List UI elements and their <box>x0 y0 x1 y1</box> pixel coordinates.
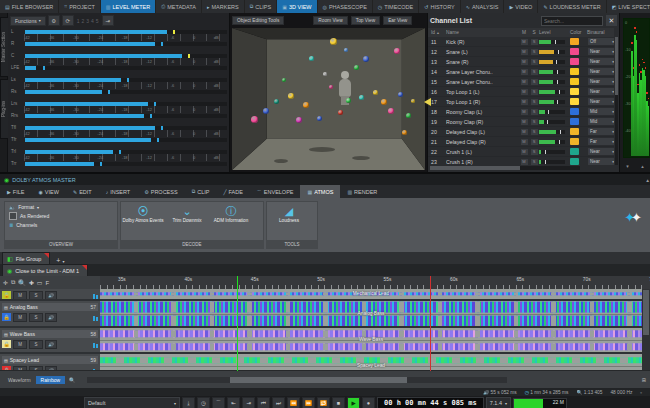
menu-tab-edit[interactable]: ✎EDIT <box>66 185 99 198</box>
solo-button[interactable]: S <box>530 48 539 56</box>
transport-preset-dropdown[interactable]: Default▾ <box>84 397 180 408</box>
channel-row-22[interactable]: 22Crush 1 (L)MSNear▾ <box>428 147 614 157</box>
menu-tab-view[interactable]: ◉VIEW <box>31 185 65 198</box>
track-lanes[interactable]: Spacey Lead <box>100 354 642 371</box>
channel-color-chip[interactable] <box>570 108 579 115</box>
menu-tab-fade[interactable]: ╱FADE <box>216 185 249 198</box>
add-file-group-button[interactable]: + ▾ <box>56 257 64 264</box>
track-lock-button[interactable]: 🔒 <box>2 291 11 299</box>
channel-list-vscrollbar[interactable] <box>615 37 618 165</box>
channel-row-17[interactable]: 17Top Loop 1 (R)MSNear▾ <box>428 97 614 107</box>
mute-button[interactable]: M <box>520 78 529 86</box>
mute-button[interactable]: M <box>520 138 529 146</box>
menu-tab-envelope[interactable]: ⌒ENVELOPE <box>250 185 301 198</box>
stop-button[interactable]: ■ <box>332 397 345 408</box>
audio-object-sphere[interactable] <box>344 48 348 52</box>
as-rendered-checkbox[interactable]: As Rendered <box>5 210 117 220</box>
dock-arrow-icon[interactable]: ⇥ <box>102 15 114 26</box>
channel-color-chip[interactable] <box>570 88 579 95</box>
channel-row-13[interactable]: 13Snare (R)MSNear▾ <box>428 57 614 67</box>
loudness-button[interactable]: ◢ Loudness <box>267 202 311 223</box>
tab-markers[interactable]: ▸MARKERS <box>202 0 245 13</box>
audio-object-sphere[interactable] <box>317 116 322 121</box>
channel-list-header[interactable]: Id ▲ Name M S Level Color Binaural <box>428 28 614 37</box>
view-tab-waveform[interactable]: Waveform <box>3 376 36 384</box>
track-monitor-icon[interactable]: 🔊 <box>45 291 57 300</box>
solo-button[interactable]: S <box>530 88 539 96</box>
binaural-dropdown[interactable]: Far▾ <box>587 127 614 136</box>
audio-object-sphere[interactable] <box>388 108 394 114</box>
mute-button[interactable]: M <box>520 118 529 126</box>
channel-color-chip[interactable] <box>570 158 579 165</box>
binaural-dropdown[interactable]: Near▾ <box>587 67 614 76</box>
mute-button[interactable]: M <box>520 88 529 96</box>
binaural-dropdown[interactable]: Near▾ <box>587 87 614 96</box>
transport-button-0[interactable]: ⤓ <box>182 397 195 408</box>
audio-object-sphere[interactable] <box>398 92 403 97</box>
channels-button[interactable]: ≣ Channels <box>5 220 117 228</box>
solo-button[interactable]: S <box>530 138 539 146</box>
audio-object-sphere[interactable] <box>329 85 333 89</box>
binaural-dropdown[interactable]: Near▾ <box>587 147 614 156</box>
track-solo-button[interactable]: S <box>29 340 43 349</box>
transport-button-2[interactable]: ⌒ <box>212 397 225 408</box>
channel-row-15[interactable]: 15Snare Layer Choru..MSNear▾ <box>428 77 614 87</box>
transport-button-4[interactable]: ⇥ <box>242 397 255 408</box>
track-solo-button[interactable]: S <box>29 313 43 322</box>
menu-tab-render[interactable]: ▥RENDER <box>340 185 384 198</box>
channel-color-chip[interactable] <box>570 98 579 105</box>
menu-tab-file[interactable]: ▶FILE <box>0 185 31 198</box>
binaural-dropdown[interactable]: Off▾ <box>587 37 614 46</box>
mute-button[interactable]: M <box>520 68 529 76</box>
track-header-56[interactable]: 🔒MS🔊 <box>0 289 101 299</box>
audio-object-sphere[interactable] <box>394 48 400 54</box>
channel-mode-dropdown[interactable]: 7.1.4▾ <box>486 397 511 408</box>
channel-color-chip[interactable] <box>570 138 579 145</box>
track-lock-button[interactable]: 🔒 <box>2 340 11 348</box>
format-dropdown[interactable]: 🔈 Format▾ <box>5 202 117 210</box>
window-title-bar[interactable]: ◉ DOLBY ATMOS MASTER ▴ <box>0 174 650 185</box>
collapse-window-icon[interactable]: ▴ <box>646 177 649 183</box>
audio-object-sphere[interactable] <box>406 113 411 118</box>
channel-search-input[interactable] <box>541 16 603 26</box>
transport-button-6[interactable]: ⏭ <box>272 397 285 408</box>
audio-object-sphere[interactable] <box>346 98 351 103</box>
solo-button[interactable]: S <box>530 108 539 116</box>
play-button[interactable]: ▶ <box>347 397 360 408</box>
binaural-dropdown[interactable]: Near▾ <box>587 57 614 66</box>
track-lock-button[interactable]: 🔒 <box>2 313 11 321</box>
track-lanes[interactable]: Wave Bass <box>100 328 642 352</box>
channel-row-16[interactable]: 16Top Loop 1 (L)MSNear▾ <box>428 87 614 97</box>
transport-button-3[interactable]: ⇤ <box>227 397 240 408</box>
track-lanes[interactable]: Analog Bass <box>100 301 642 326</box>
magnify-icon[interactable]: 🔍 <box>18 279 26 286</box>
functions-menu-button[interactable]: Functions▾ <box>10 16 46 26</box>
transport-button-7[interactable]: ⏪ <box>287 397 300 408</box>
mute-button[interactable]: M <box>520 48 529 56</box>
solo-button[interactable]: S <box>530 118 539 126</box>
channel-row-14[interactable]: 14Snare Layer Choru..MSNear▾ <box>428 67 614 77</box>
close-icon[interactable]: ✕ <box>606 15 617 26</box>
menu-tab-atmos[interactable]: ▦ATMOS <box>300 185 340 198</box>
menu-tab-clip[interactable]: ⧉CLIP <box>185 185 217 198</box>
solo-button[interactable]: S <box>530 148 539 156</box>
solo-button[interactable]: S <box>530 58 539 66</box>
binaural-dropdown[interactable]: Mid▾ <box>587 117 614 126</box>
binaural-dropdown[interactable]: Near▾ <box>587 77 614 86</box>
tab-clips[interactable]: ⧉CLIPS <box>245 0 277 13</box>
tab-metadata[interactable]: ⎙METADATA <box>156 0 202 13</box>
channel-color-chip[interactable] <box>570 38 579 45</box>
mute-button[interactable]: M <box>520 148 529 156</box>
audio-object-sphere[interactable] <box>381 99 387 105</box>
track-header-58[interactable]: ▤Wave Bass58🔒MS🔊 <box>0 328 101 352</box>
status-lock-icon[interactable]: ▫ <box>640 390 642 395</box>
clone-icon[interactable]: ⧉ <box>11 279 15 286</box>
solo-button[interactable]: S <box>530 98 539 106</box>
view-button-1[interactable]: Room View <box>313 16 347 25</box>
track-mute-button[interactable]: M <box>13 291 27 300</box>
monitor-icon[interactable]: ▭ <box>37 279 43 286</box>
timeline-ruler[interactable]: 35s40s45s50s55s60s65s70s75s <box>100 276 642 290</box>
binaural-dropdown[interactable]: Near▾ <box>587 97 614 106</box>
mute-button[interactable]: M <box>520 108 529 116</box>
channel-row-23[interactable]: 23Crush 1 (R)MSNear▾ <box>428 157 614 165</box>
